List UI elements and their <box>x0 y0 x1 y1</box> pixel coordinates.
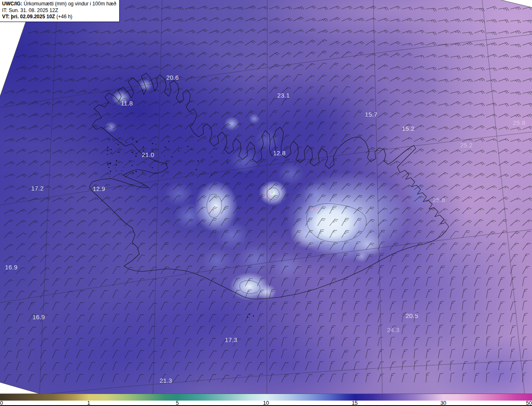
wind-barbs <box>4 5 532 384</box>
title-box: UWC/IG: Úrkomumætti (mm) og vindur i 100… <box>0 0 120 22</box>
graticule-lines <box>0 0 532 394</box>
title-line-product: UWC/IG: Úrkomumætti (mm) og vindur i 100… <box>2 1 116 7</box>
glacier-outlines <box>121 98 367 294</box>
lead-time: (+46 h) <box>57 14 72 20</box>
precip-core-dots <box>217 190 273 287</box>
weather-map-app: 20.611.823.115.715.225.825.221.012.817.2… <box>0 0 532 406</box>
valid-time: VT: þri. 02.09.2025 10Z <box>2 14 55 20</box>
map-overlay <box>0 0 532 394</box>
title-line-valid: VT: þri. 02.09.2025 10Z (+46 h) <box>2 14 116 20</box>
map-frame-wedges <box>0 0 532 394</box>
init-time: IT: Sun. 31. 08. 2025 12Z <box>2 7 116 14</box>
product-subtitle: Úrkomumætti (mm) og vindur i 100m hæð <box>24 1 116 7</box>
product-code: UWC/IG: <box>2 1 22 7</box>
colorbar-ticks: 01510153050 <box>0 401 532 405</box>
